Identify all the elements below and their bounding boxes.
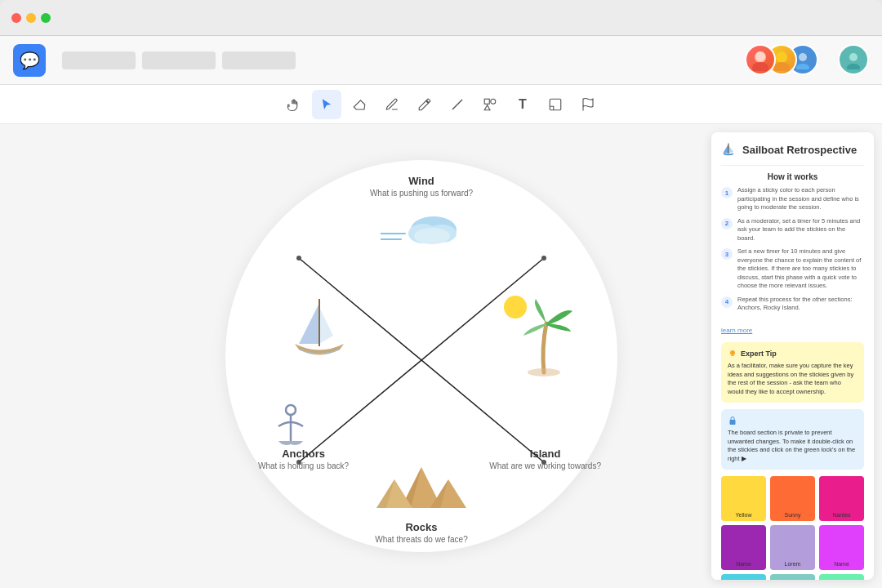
- sidebar-panel: Sailboat Retrospective How it works 1 As…: [710, 132, 874, 580]
- sticky-pink[interactable]: Nantes: [819, 476, 864, 521]
- maximize-button[interactable]: [41, 13, 51, 23]
- divider-1: [721, 165, 864, 166]
- expert-tip-card: Expert Tip As a facilitator, make sure y…: [721, 342, 864, 403]
- step-4: 4 Repeat this process for the other sect…: [721, 296, 864, 313]
- svg-line-9: [452, 100, 462, 109]
- app-logo[interactable]: 💬: [13, 44, 46, 77]
- label-island: Island What are we working towards?: [489, 448, 601, 470]
- sticky-lavender[interactable]: Lorem: [770, 525, 815, 570]
- expert-tip-text: As a facilitator, make sure you capture …: [728, 362, 858, 396]
- anchors-subtitle: What is holding us back?: [258, 461, 349, 470]
- app-header: 💬: [0, 36, 882, 85]
- sailboat-icon: [721, 142, 736, 157]
- expert-tip-header: Expert Tip: [728, 349, 858, 359]
- svg-rect-43: [732, 355, 734, 356]
- anchor-illustration: [270, 402, 311, 454]
- sticky-magenta[interactable]: Name: [819, 525, 864, 570]
- board-card-text: The board section is private to prevent …: [728, 429, 858, 463]
- step-2-num: 2: [721, 218, 733, 229]
- line-tool[interactable]: [443, 90, 472, 119]
- step-2: 2 As a moderator, set a timer for 5 minu…: [721, 217, 864, 243]
- step-2-text: As a moderator, set a timer for 5 minute…: [737, 217, 864, 243]
- svg-rect-13: [550, 99, 561, 110]
- step-4-text: Repeat this process for the other sectio…: [737, 296, 864, 313]
- pen-tool[interactable]: [377, 90, 407, 119]
- hand-tool[interactable]: [279, 90, 309, 119]
- how-it-works-title: How it works: [721, 172, 864, 181]
- svg-marker-12: [484, 105, 490, 109]
- select-tool[interactable]: [312, 90, 341, 119]
- nav-item-3[interactable]: [222, 51, 296, 69]
- sticky-purple[interactable]: Name: [721, 525, 766, 570]
- logo-icon: 💬: [20, 51, 40, 70]
- sticky-orange-label: Sunny: [785, 512, 801, 518]
- wind-subtitle: What is pushing us forward?: [370, 189, 473, 198]
- minimize-button[interactable]: [26, 13, 36, 23]
- step-3-text: Set a new timer for 10 minutes and give …: [737, 247, 864, 291]
- label-wind: Wind What is pushing us forward?: [370, 175, 473, 198]
- diagram-circle: Wind What is pushing us forward?: [225, 160, 617, 552]
- label-anchors: Anchors What is holding us back?: [258, 448, 349, 470]
- panel-header: Sailboat Retrospective: [721, 142, 864, 157]
- svg-point-11: [491, 99, 496, 104]
- shape-tool[interactable]: [475, 90, 505, 119]
- svg-marker-40: [728, 145, 733, 154]
- svg-point-5: [799, 53, 807, 61]
- titlebar: [0, 0, 882, 36]
- svg-point-29: [286, 405, 296, 415]
- boat-illustration: [283, 291, 356, 376]
- cloud-illustration: [381, 205, 462, 253]
- label-rocks: Rocks What threats do we face?: [375, 521, 467, 544]
- sticky-teal[interactable]: Name: [770, 574, 815, 580]
- island-subtitle: What are we working towards?: [489, 461, 601, 470]
- nav-pills: [62, 51, 745, 69]
- marker-tool[interactable]: [410, 90, 439, 119]
- panel-title: Sailboat Retrospective: [742, 144, 857, 156]
- close-button[interactable]: [11, 13, 21, 23]
- svg-point-17: [541, 256, 546, 261]
- eraser-tool[interactable]: [345, 90, 374, 119]
- step-3: 3 Set a new timer for 10 minutes and giv…: [721, 247, 864, 291]
- svg-point-42: [730, 350, 735, 355]
- sticky-yellow[interactable]: Yellow: [721, 476, 766, 521]
- svg-marker-27: [319, 307, 333, 344]
- sticky-lavender-label: Lorem: [785, 561, 801, 567]
- avatar-4[interactable]: [838, 44, 869, 75]
- traffic-lights: [11, 13, 51, 23]
- step-1: 1 Assign a sticky color to each person p…: [721, 186, 864, 212]
- nav-item-1[interactable]: [62, 51, 136, 69]
- rocks-title: Rocks: [375, 521, 467, 533]
- anchors-title: Anchors: [258, 448, 349, 460]
- svg-rect-44: [730, 420, 736, 425]
- step-1-num: 1: [721, 187, 733, 198]
- sticky-pink-label: Nantes: [832, 512, 850, 518]
- sticky-green[interactable]: Name: [819, 574, 864, 580]
- toolbar: T: [0, 85, 882, 124]
- svg-marker-39: [723, 144, 728, 153]
- sticky-tool[interactable]: [541, 90, 570, 119]
- sticky-yellow-label: Yellow: [736, 512, 752, 518]
- svg-point-2: [755, 51, 765, 61]
- rocks-subtitle: What threats do we face?: [375, 535, 467, 544]
- flag-tool[interactable]: [573, 90, 603, 119]
- svg-point-16: [296, 256, 301, 261]
- text-tool[interactable]: T: [508, 90, 537, 119]
- board-card: The board section is private to prevent …: [721, 409, 864, 470]
- learn-more-link[interactable]: learn more: [721, 327, 752, 334]
- board-card-header: [728, 416, 858, 425]
- step-3-num: 3: [721, 248, 733, 260]
- step-4-num: 4: [721, 296, 733, 308]
- svg-point-1: [752, 62, 768, 71]
- circle-board: Wind What is pushing us forward?: [225, 160, 617, 552]
- svg-point-25: [414, 228, 450, 244]
- nav-item-2[interactable]: [142, 51, 216, 69]
- svg-rect-10: [484, 99, 489, 104]
- sticky-cyan[interactable]: Name: [721, 574, 766, 580]
- svg-point-4: [773, 62, 790, 71]
- svg-point-6: [796, 64, 809, 69]
- sticky-magenta-label: Name: [834, 561, 849, 567]
- canvas-area[interactable]: Wind What is pushing us forward?: [0, 124, 882, 588]
- avatar-1[interactable]: [745, 44, 776, 75]
- sticky-orange[interactable]: Sunny: [770, 476, 815, 521]
- wind-title: Wind: [370, 175, 473, 187]
